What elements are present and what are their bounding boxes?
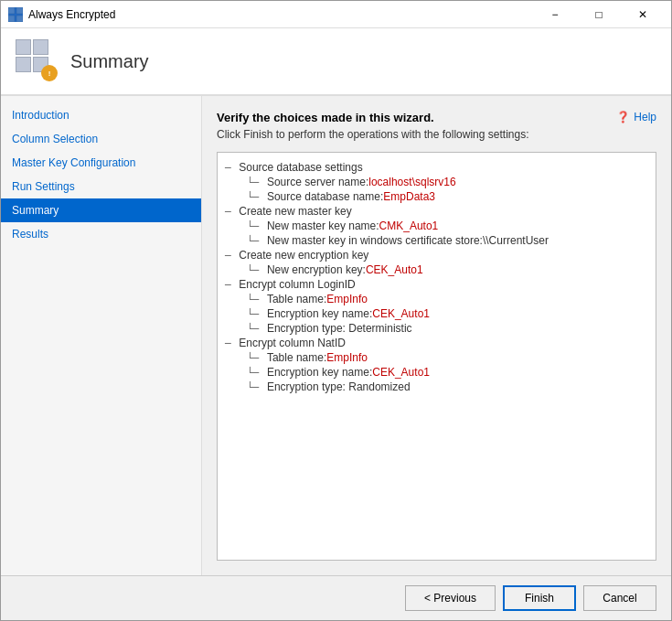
click-text: Click Finish to perform the operations w… [217, 128, 529, 141]
tree-value: CMK_Auto1 [379, 219, 439, 232]
footer: < Previous Finish Cancel [1, 575, 671, 620]
header: ! Summary [1, 28, 671, 96]
tree-prefix: ─ [225, 279, 237, 291]
tree-prefix: └─ [247, 367, 265, 379]
tree-label: Source database name: [267, 190, 383, 203]
tree-label: Encrypt column LoginID [239, 278, 355, 291]
tree-value: EmpInfo [326, 351, 368, 364]
tree-prefix: └─ [247, 323, 265, 335]
sidebar-item-master-key-configuration[interactable]: Master Key Configuration [1, 151, 201, 175]
tree-prefix: └─ [247, 381, 265, 393]
tree-value: CEK_Auto1 [372, 307, 430, 320]
tree-label: Encryption key name: [267, 366, 372, 379]
finish-button[interactable]: Finish [503, 585, 576, 611]
tree-label: Table name: [267, 293, 326, 305]
sidebar-item-results[interactable]: Results [1, 222, 201, 246]
close-button[interactable]: ✕ [622, 1, 664, 28]
svg-rect-1 [16, 7, 23, 14]
help-link[interactable]: ❓ Help [616, 111, 656, 123]
header-icon: ! [16, 39, 59, 83]
tree-label: New master key name: [267, 219, 379, 232]
tree-node: └─ Table name: EmpInfo [247, 350, 648, 365]
tree-prefix: └─ [247, 235, 265, 247]
tree-value: localhost\sqlsrv16 [368, 176, 455, 188]
tree-prefix: └─ [247, 177, 265, 188]
main-area: Introduction Column Selection Master Key… [1, 96, 671, 575]
svg-rect-2 [8, 16, 15, 22]
content-area: Verify the choices made in this wizard. … [202, 96, 671, 575]
tree-label: New master key in windows certificate st… [267, 234, 549, 247]
tree-prefix: └─ [247, 191, 265, 203]
svg-rect-0 [8, 7, 15, 14]
tree-label: Create new encryption key [239, 249, 368, 262]
tree-value: CEK_Auto1 [372, 366, 430, 379]
tree-label: New encryption key: [267, 263, 366, 276]
tree-node: └─ New encryption key: CEK_Auto1 [247, 262, 648, 277]
tree-node: └─ New master key in windows certificate… [247, 233, 648, 248]
tree-node: ─ Create new master key [225, 204, 648, 219]
tree-node: ─ Encrypt column LoginID [225, 277, 648, 292]
tree-prefix: ─ [225, 162, 237, 174]
app-icon [8, 7, 23, 22]
help-label: Help [634, 111, 656, 123]
tree-value: CEK_Auto1 [366, 263, 423, 276]
tree-node: └─ Encryption key name: CEK_Auto1 [247, 365, 648, 380]
tree-label: Source database settings [239, 161, 362, 174]
verify-text: Verify the choices made in this wizard. [217, 111, 529, 124]
tree-node: └─ Source database name: EmpData3 [247, 189, 648, 204]
tree-prefix: └─ [247, 352, 265, 364]
tree-prefix: └─ [247, 308, 265, 320]
cancel-button[interactable]: Cancel [583, 585, 656, 611]
svg-text:!: ! [48, 70, 51, 78]
tree-node: └─ Source server name: localhost\sqlsrv1… [247, 175, 648, 189]
svg-rect-3 [16, 16, 23, 22]
header-text-block: Verify the choices made in this wizard. … [217, 111, 529, 141]
tree-prefix: └─ [247, 220, 265, 232]
content-header: Verify the choices made in this wizard. … [217, 111, 656, 141]
tree-label: Encryption type: Deterministic [267, 322, 412, 335]
tree-label: Create new master key [239, 205, 351, 218]
tree-label: Encrypt column NatID [239, 337, 346, 349]
page-title: Summary [70, 51, 149, 72]
title-bar: Always Encrypted − □ ✕ [1, 1, 671, 28]
window-controls: − □ ✕ [534, 1, 664, 28]
tree-node: └─ Encryption type: Deterministic [247, 321, 648, 336]
sidebar-item-run-settings[interactable]: Run Settings [1, 175, 201, 198]
sidebar-item-introduction[interactable]: Introduction [1, 103, 201, 127]
sidebar: Introduction Column Selection Master Key… [1, 96, 202, 575]
tree-prefix: └─ [247, 294, 265, 305]
tree-label: Encryption type: Randomized [267, 380, 411, 393]
tree-node: └─ Encryption type: Randomized [247, 380, 648, 394]
window-title: Always Encrypted [28, 8, 534, 21]
tree-node: └─ Encryption key name: CEK_Auto1 [247, 306, 648, 321]
tree-prefix: └─ [247, 264, 265, 276]
previous-button[interactable]: < Previous [405, 585, 496, 611]
sidebar-item-column-selection[interactable]: Column Selection [1, 127, 201, 151]
tree-prefix: ─ [225, 206, 237, 218]
help-icon: ❓ [616, 111, 630, 123]
minimize-button[interactable]: − [534, 1, 576, 28]
tree-label: Source server name: [267, 176, 368, 188]
tree-label: Encryption key name: [267, 307, 372, 320]
tree-node: └─ Table name: EmpInfo [247, 292, 648, 306]
tree-prefix: ─ [225, 337, 237, 349]
tree-label: Table name: [267, 351, 326, 364]
sidebar-item-summary[interactable]: Summary [1, 198, 201, 222]
maximize-button[interactable]: □ [578, 1, 620, 28]
tree-value: EmpInfo [326, 293, 368, 305]
tree-node: ─ Source database settings [225, 160, 648, 175]
tree-node: ─ Create new encryption key [225, 248, 648, 262]
tree-prefix: ─ [225, 250, 237, 262]
tree-value: EmpData3 [383, 190, 435, 203]
tree-node: ─ Encrypt column NatID [225, 336, 648, 350]
summary-tree: ─ Source database settings└─ Source serv… [217, 152, 656, 561]
tree-node: └─ New master key name: CMK_Auto1 [247, 219, 648, 233]
